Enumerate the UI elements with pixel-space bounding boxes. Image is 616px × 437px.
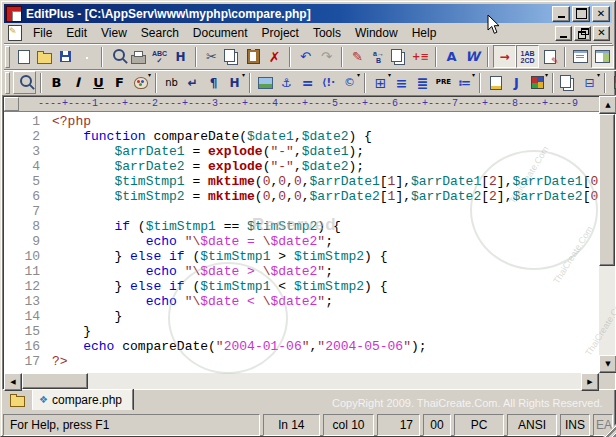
directory-window-button[interactable] xyxy=(6,390,28,409)
copy-button[interactable] xyxy=(222,46,243,67)
status-total-lines: 17 xyxy=(377,414,420,436)
tab-compare-php[interactable]: ❖ compare.php xyxy=(32,389,133,410)
script-icon xyxy=(490,76,502,90)
undo-button[interactable]: ↶ xyxy=(295,46,316,67)
mdi-close-button[interactable]: ✕ xyxy=(593,26,610,41)
horizontal-scrollbar[interactable]: ◀ ▶ xyxy=(4,373,599,389)
paste-button[interactable] xyxy=(243,46,264,67)
underline-button[interactable]: U xyxy=(88,72,109,93)
browser-window-button[interactable] xyxy=(591,45,614,68)
vertical-scrollbar[interactable]: ▲ ▼ xyxy=(599,96,615,373)
bold-button[interactable]: B xyxy=(46,72,67,93)
font-color-icon: F xyxy=(115,76,124,89)
javascript-button[interactable]: J xyxy=(506,72,527,93)
show-ruler-button[interactable]: → xyxy=(493,45,516,68)
mdi-minimize-button[interactable] xyxy=(555,26,572,41)
output-window-icon xyxy=(573,50,588,63)
comment-button[interactable]: ⟨!· xyxy=(318,72,339,93)
horizontal-scroll-track[interactable] xyxy=(88,373,581,389)
open-file-button[interactable] xyxy=(34,46,55,67)
comment-icon: ⟨!· xyxy=(322,78,335,88)
redo-button[interactable]: ↷ xyxy=(316,46,337,67)
line-number: 14 xyxy=(4,309,47,324)
show-ruler-icon: → xyxy=(499,51,509,63)
menu-item-tools[interactable]: Tools xyxy=(306,24,348,42)
toggle-marker-button[interactable]: +≡ xyxy=(410,46,431,67)
code-text: ?> xyxy=(52,354,68,369)
image-button[interactable] xyxy=(255,72,276,93)
code-line: 8 if ($timStmp1 == $timStmp2) { xyxy=(4,219,599,234)
menu-item-window[interactable]: Window xyxy=(348,24,405,42)
vertical-scroll-thumb[interactable] xyxy=(599,114,615,266)
new-file-button[interactable] xyxy=(13,46,34,67)
maximize-button[interactable] xyxy=(572,6,590,22)
nbsp-button[interactable]: nb xyxy=(161,72,182,93)
minimize-button[interactable] xyxy=(552,6,570,22)
object-button[interactable]: ▾ xyxy=(527,72,548,93)
scroll-down-button[interactable]: ▼ xyxy=(599,355,616,373)
align-right-button[interactable]: ≣ xyxy=(412,72,433,93)
colors-button[interactable] xyxy=(610,72,616,93)
word-wrap-button[interactable]: W xyxy=(462,46,483,67)
delete-button[interactable]: ✗ xyxy=(264,46,285,67)
italic-icon: I xyxy=(75,76,80,89)
html-document-button[interactable]: H xyxy=(170,46,191,67)
menu-item-file[interactable]: File xyxy=(26,24,59,42)
document-tab-bar: ❖ compare.php xyxy=(4,389,612,410)
html-toolbar: BIUF▾nb↵¶H▾⚓=⟨!·©▾⊞▾≡≣PRE≔▾J▾⊟▾ xyxy=(4,70,616,96)
menu-item-document[interactable]: Document xyxy=(186,24,255,42)
hr-button[interactable]: = xyxy=(297,72,318,93)
font-color-button[interactable]: F xyxy=(109,72,130,93)
output-window-button[interactable] xyxy=(570,46,591,67)
menu-item-edit[interactable]: Edit xyxy=(59,24,94,42)
char-entity-button[interactable]: ©▾ xyxy=(339,72,360,93)
script-button[interactable] xyxy=(485,72,506,93)
menu-item-view[interactable]: View xyxy=(94,24,134,42)
vertical-scroll-track[interactable] xyxy=(599,266,615,355)
list-button[interactable]: ≔▾ xyxy=(454,72,475,93)
cut-button[interactable]: ✂ xyxy=(201,46,222,67)
list-icon: ≔ xyxy=(458,77,471,89)
status-insert-mode[interactable]: INS xyxy=(560,414,590,436)
menu-item-search[interactable]: Search xyxy=(134,24,186,42)
print-preview-button[interactable] xyxy=(107,46,128,67)
editplus-app-icon[interactable] xyxy=(6,6,22,22)
save-button[interactable] xyxy=(55,46,76,67)
paragraph-button[interactable]: ¶ xyxy=(203,72,224,93)
anchor-icon: ⚓ xyxy=(281,77,292,89)
menu-item-project[interactable]: Project xyxy=(255,24,306,42)
browser-preview-button[interactable] xyxy=(13,71,36,94)
toolbar-grip[interactable] xyxy=(5,72,10,94)
scroll-up-button[interactable]: ▲ xyxy=(599,96,616,114)
snippet-button[interactable] xyxy=(558,72,579,93)
align-center-button[interactable]: ≡ xyxy=(391,72,412,93)
menu-item-help[interactable]: Help xyxy=(405,24,444,42)
replace-button[interactable]: a→B xyxy=(368,46,389,67)
spell-check-button[interactable]: ABC✓ xyxy=(149,46,170,67)
duplicate-button[interactable] xyxy=(389,46,410,67)
close-button[interactable]: ✕ xyxy=(592,6,610,22)
save-all-button[interactable] xyxy=(76,46,97,67)
font-button[interactable]: A xyxy=(441,46,462,67)
status-file-format[interactable]: PC xyxy=(454,414,504,436)
code-editor[interactable]: 1<?php2 function compareDate($date1,$dat… xyxy=(4,112,599,373)
heading-button[interactable]: H▾ xyxy=(224,72,245,93)
align-center-icon: ≡ xyxy=(396,76,408,90)
pre-button[interactable]: PRE xyxy=(433,72,454,93)
line-numbers-button[interactable]: 1AB2CD xyxy=(516,45,539,68)
toolbar-grip[interactable] xyxy=(5,46,10,68)
highlight-button[interactable]: ✎ xyxy=(347,46,368,67)
palette-button[interactable]: ▾ xyxy=(130,72,151,93)
horizontal-scroll-thumb[interactable] xyxy=(22,373,88,389)
table-button[interactable]: ⊞▾ xyxy=(370,72,391,93)
print-icon xyxy=(131,55,146,64)
print-button[interactable] xyxy=(128,46,149,67)
split-window-button[interactable]: ⊟▾ xyxy=(579,72,600,93)
line-number: 1 xyxy=(4,114,47,129)
mdi-restore-button[interactable] xyxy=(574,26,591,41)
anchor-button[interactable]: ⚓ xyxy=(276,72,297,93)
line-break-button[interactable]: ↵ xyxy=(182,72,203,93)
document-system-icon[interactable] xyxy=(8,25,22,41)
document-properties-button[interactable] xyxy=(539,46,560,67)
italic-button[interactable]: I xyxy=(67,72,88,93)
